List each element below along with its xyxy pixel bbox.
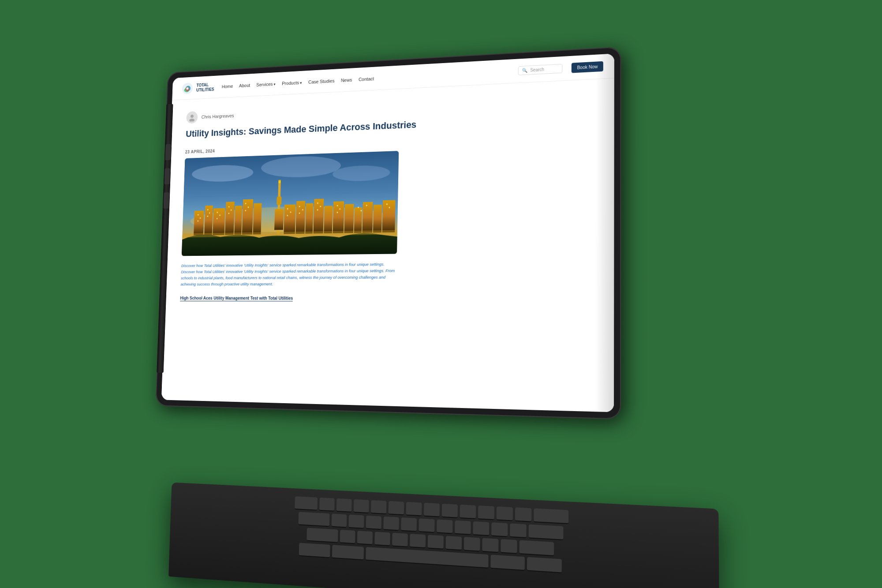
key xyxy=(371,500,386,514)
key xyxy=(441,503,457,518)
svg-rect-11 xyxy=(213,208,225,235)
svg-point-3 xyxy=(189,118,194,121)
nav-home[interactable]: Home xyxy=(222,83,233,89)
svg-rect-23 xyxy=(314,198,324,233)
city-skyline-image xyxy=(182,150,399,255)
key xyxy=(419,518,435,533)
key xyxy=(319,497,335,511)
key xyxy=(383,516,399,531)
scene: TOTAL UTILITIES Home About Services Prod… xyxy=(151,38,770,561)
key xyxy=(460,504,476,519)
key xyxy=(501,539,517,554)
volume-button-2 xyxy=(164,168,170,184)
search-box[interactable]: 🔍 Search xyxy=(518,64,563,75)
svg-rect-28 xyxy=(363,202,373,232)
volume-button xyxy=(165,144,171,160)
website: TOTAL UTILITIES Home About Services Prod… xyxy=(161,53,614,412)
nav-about[interactable]: About xyxy=(239,82,250,88)
excerpt-text: Discover how Total Utilities' innovative… xyxy=(180,268,395,286)
svg-rect-15 xyxy=(253,203,262,234)
tablet-screen: TOTAL UTILITIES Home About Services Prod… xyxy=(161,53,614,412)
tablet-frame: TOTAL UTILITIES Home About Services Prod… xyxy=(156,46,621,419)
svg-rect-14 xyxy=(242,199,253,234)
logo[interactable]: TOTAL UTILITIES xyxy=(181,80,214,95)
logo-text: TOTAL UTILITIES xyxy=(196,82,214,92)
author-avatar xyxy=(186,111,198,123)
excerpt-highlight: Discover how Total Utilities' innovative… xyxy=(181,261,385,267)
keyboard-keys xyxy=(169,482,719,588)
key xyxy=(478,506,494,520)
nav-case-studies[interactable]: Case Studies xyxy=(308,78,335,84)
key xyxy=(374,532,390,546)
svg-rect-21 xyxy=(295,201,305,234)
key xyxy=(534,508,568,524)
nav-news[interactable]: News xyxy=(341,77,352,82)
key xyxy=(348,514,364,528)
svg-point-2 xyxy=(191,114,194,118)
svg-rect-12 xyxy=(225,201,235,234)
key xyxy=(353,499,369,513)
sub-article-link[interactable]: High School Aces Utility Management Test… xyxy=(180,296,293,302)
key xyxy=(401,517,417,532)
key xyxy=(410,534,426,548)
book-now-button[interactable]: Book Now xyxy=(572,61,603,73)
article-excerpt: Discover how Total Utilities' innovative… xyxy=(180,260,396,287)
key xyxy=(510,523,526,538)
key xyxy=(515,507,531,522)
svg-rect-20 xyxy=(284,204,295,234)
key xyxy=(332,545,364,560)
key xyxy=(366,515,381,529)
key xyxy=(340,529,355,543)
power-button xyxy=(163,192,169,209)
key xyxy=(490,554,525,571)
author-name: Chris Hargreaves xyxy=(202,113,234,119)
key xyxy=(406,502,422,516)
key xyxy=(299,543,330,558)
search-placeholder: Search xyxy=(530,67,544,72)
city-svg xyxy=(182,150,399,255)
nav-contact[interactable]: Contact xyxy=(359,76,374,82)
key xyxy=(473,521,489,536)
search-icon: 🔍 xyxy=(522,67,527,72)
key xyxy=(388,501,404,515)
logo-icon xyxy=(181,81,194,94)
svg-rect-24 xyxy=(324,206,333,233)
key xyxy=(357,531,372,545)
key xyxy=(482,538,498,553)
key xyxy=(455,520,471,535)
key xyxy=(332,513,347,528)
svg-rect-19 xyxy=(274,209,284,230)
key xyxy=(299,512,330,527)
key xyxy=(496,506,512,521)
hero-image xyxy=(182,150,399,255)
svg-rect-22 xyxy=(305,203,313,233)
key xyxy=(336,498,351,512)
key xyxy=(529,524,564,540)
key xyxy=(427,535,443,549)
key xyxy=(437,519,452,534)
key xyxy=(295,496,318,511)
key xyxy=(306,528,338,543)
main-content: Chris Hargreaves Utility Insights: Savin… xyxy=(161,78,614,412)
nav-products[interactable]: Products xyxy=(282,79,302,86)
key xyxy=(519,540,554,556)
key xyxy=(463,537,480,552)
key xyxy=(392,532,408,547)
svg-rect-26 xyxy=(344,204,354,233)
key xyxy=(527,557,562,573)
svg-rect-9 xyxy=(194,210,204,235)
svg-rect-30 xyxy=(382,200,396,232)
key xyxy=(491,522,508,537)
svg-rect-17 xyxy=(277,196,281,204)
svg-rect-10 xyxy=(204,205,213,235)
key xyxy=(423,502,439,517)
svg-rect-13 xyxy=(234,205,242,234)
keyboard xyxy=(168,482,719,588)
nav-services[interactable]: Services xyxy=(256,81,276,86)
svg-rect-29 xyxy=(373,204,382,232)
svg-rect-25 xyxy=(333,201,344,233)
avatar-icon xyxy=(188,113,196,121)
key xyxy=(445,536,462,550)
